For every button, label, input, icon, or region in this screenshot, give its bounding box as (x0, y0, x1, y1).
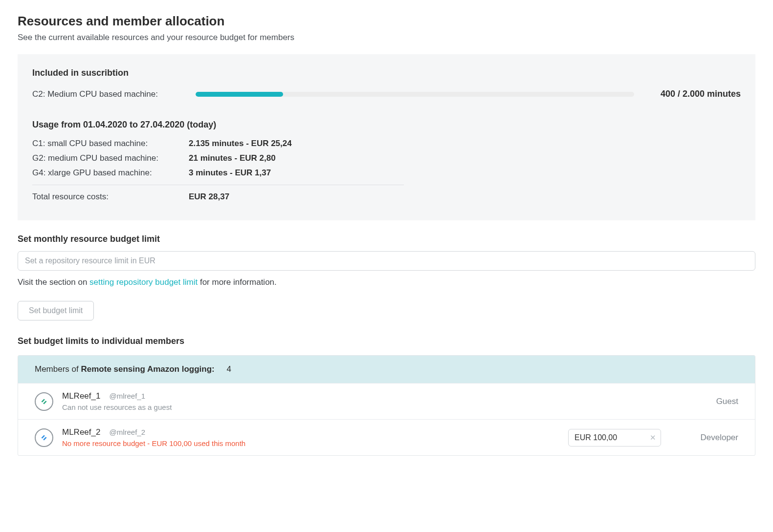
member-budget-input[interactable] (568, 429, 661, 447)
usage-row-value: 2.135 minutes - EUR 25,24 (189, 139, 292, 149)
mlreef-logo-icon (39, 396, 49, 407)
member-role: Developer (685, 433, 738, 443)
mlreef-logo-icon (39, 432, 49, 443)
set-budget-button[interactable]: Set budget limit (18, 301, 94, 320)
usage-row-value: 3 minutes - EUR 1,37 (189, 168, 271, 178)
usage-total-value: EUR 28,37 (189, 192, 229, 202)
budget-helper-prefix: Visit the section on (18, 277, 89, 287)
repo-budget-input[interactable] (18, 251, 755, 271)
page-title: Resources and member allocation (18, 14, 755, 29)
usage-progress-bar (196, 92, 634, 97)
budget-helper-link[interactable]: setting repository budget limit (89, 277, 198, 287)
member-name: MLReef_1 (62, 391, 100, 401)
included-machine-value: 400 / 2.000 minutes (661, 89, 741, 99)
budget-helper-text: Visit the section on setting repository … (18, 277, 755, 287)
page-subtitle: See the current available resources and … (18, 33, 755, 43)
member-note: No more resource budget - EUR 100,00 use… (62, 439, 559, 447)
usage-total-row: Total resource costs: EUR 28,37 (32, 192, 741, 202)
usage-period-heading: Usage from 01.04.2020 to 27.04.2020 (tod… (32, 120, 741, 130)
budget-helper-suffix: for more information. (198, 277, 277, 287)
member-handle: @mlreef_2 (109, 428, 145, 436)
usage-total-label: Total resource costs: (32, 192, 189, 202)
usage-divider (32, 185, 404, 185)
subscription-usage-panel: Included in suscribtion C2: Medium CPU b… (18, 54, 755, 220)
usage-row-label: C1: small CPU based machine: (32, 139, 189, 149)
members-header-prefix: Members of (35, 364, 81, 374)
member-row: MLReef_1@mlreef_1Can not use resources a… (18, 383, 755, 419)
usage-row-label: G2: medium CPU based machine: (32, 153, 189, 163)
included-machine-label: C2: Medium CPU based machine: (32, 89, 184, 99)
subscription-heading: Included in suscribtion (32, 68, 741, 78)
members-header-project: Remote sensing Amazon logging: (81, 364, 214, 374)
budget-heading: Set monthly resource budget limit (18, 234, 755, 244)
clear-icon[interactable]: ✕ (650, 433, 656, 442)
member-name: MLReef_2 (62, 427, 100, 437)
member-main: MLReef_1@mlreef_1Can not use resources a… (62, 391, 661, 411)
member-handle: @mlreef_1 (109, 392, 145, 400)
usage-row-label: G4: xlarge GPU based machine: (32, 168, 189, 178)
member-note: Can not use resources as a guest (62, 403, 661, 411)
members-heading: Set budget limits to individual members (18, 336, 755, 346)
member-role: Guest (685, 397, 738, 406)
usage-row-value: 21 minutes - EUR 2,80 (189, 153, 276, 163)
usage-row: C1: small CPU based machine:2.135 minute… (32, 139, 741, 149)
members-count: 4 (227, 364, 231, 374)
members-header: Members of Remote sensing Amazon logging… (18, 356, 755, 383)
included-machine-row: C2: Medium CPU based machine: 400 / 2.00… (32, 89, 741, 99)
usage-row: G2: medium CPU based machine:21 minutes … (32, 153, 741, 163)
member-budget-input-wrap: ✕ (568, 429, 661, 447)
usage-row: G4: xlarge GPU based machine:3 minutes -… (32, 168, 741, 178)
avatar (35, 392, 53, 411)
member-row: MLReef_2@mlreef_2No more resource budget… (18, 419, 755, 455)
members-container: Members of Remote sensing Amazon logging… (18, 355, 755, 456)
member-main: MLReef_2@mlreef_2No more resource budget… (62, 427, 559, 447)
avatar (35, 428, 53, 447)
usage-progress-fill (196, 92, 283, 97)
